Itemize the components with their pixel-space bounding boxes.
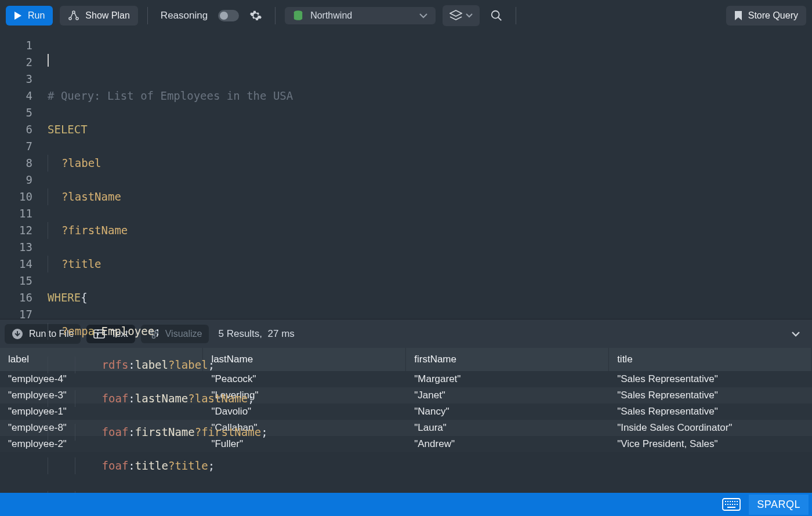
status-bar: SPARQL [0, 493, 812, 516]
language-indicator[interactable]: SPARQL [749, 495, 809, 515]
chevron-down-icon [419, 13, 427, 19]
reasoning-label: Reasoning [157, 10, 211, 21]
play-icon [14, 11, 22, 20]
store-query-label: Store Query [748, 10, 798, 21]
collapse-results-button[interactable] [784, 329, 807, 339]
top-toolbar: Run Show Plan Reasoning Northwind [0, 0, 812, 31]
layers-icon [449, 10, 462, 21]
col-title[interactable]: title [609, 348, 812, 371]
database-label: Northwind [310, 10, 352, 21]
svg-point-0 [72, 11, 75, 13]
toolbar-divider [147, 7, 148, 24]
bookmark-icon [734, 10, 742, 21]
line-gutter: 1234567891011121314151617 [0, 31, 42, 319]
col-firstname[interactable]: firstName [406, 348, 609, 371]
code-content[interactable]: # Query: List of Employees in the USA SE… [42, 31, 293, 319]
show-plan-label: Show Plan [85, 10, 130, 21]
toolbar-divider-2 [275, 7, 276, 24]
chevron-down-icon [466, 13, 473, 18]
keyboard-button[interactable] [716, 496, 746, 513]
layers-button[interactable] [443, 5, 480, 26]
run-button[interactable]: Run [6, 6, 53, 26]
reasoning-toggle[interactable] [218, 10, 239, 21]
code-editor[interactable]: 1234567891011121314151617 # Query: List … [0, 31, 812, 319]
svg-point-1 [69, 17, 71, 20]
store-query-button[interactable]: Store Query [726, 6, 806, 26]
plan-icon [68, 10, 79, 21]
svg-point-4 [294, 14, 302, 17]
show-plan-button[interactable]: Show Plan [60, 6, 138, 26]
run-label: Run [28, 10, 45, 21]
search-button[interactable] [487, 6, 506, 26]
svg-point-2 [76, 17, 78, 20]
settings-button[interactable] [246, 6, 266, 26]
download-icon [12, 328, 23, 340]
svg-point-5 [492, 11, 499, 19]
toolbar-divider-3 [516, 7, 516, 24]
database-icon [293, 10, 303, 21]
database-selector[interactable]: Northwind [285, 7, 436, 24]
